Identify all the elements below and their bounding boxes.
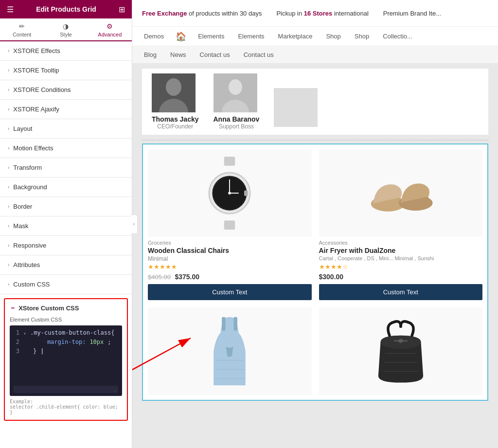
xstore-css-body: Element Custom CSS 1 ▾ .my-custom-button… — [5, 317, 127, 420]
svg-point-13 — [228, 192, 231, 195]
product-card-1: Groceries Wooden Classical Chairs Minima… — [148, 149, 312, 300]
product-category-2: Accessories — [319, 240, 483, 246]
svg-rect-7 — [224, 220, 235, 230]
team-photo-placeholder — [274, 88, 318, 127]
accordion-attributes[interactable]: › Attributes — [0, 255, 132, 275]
product-category-1: Groceries — [148, 240, 312, 246]
product-name-2: Air Fryer with DualZone — [319, 247, 483, 254]
product-btn-1[interactable]: Custom Text — [148, 284, 312, 300]
product-brand-1: Minimal — [148, 255, 312, 262]
accordion-xstore-tooltip[interactable]: › XSTORE Tooltip — [0, 61, 132, 80]
tab-style[interactable]: ◑ Style — [44, 18, 88, 40]
store-icon[interactable]: 🏠 — [176, 31, 186, 42]
collapse-panel-handle[interactable]: ‹ — [131, 215, 138, 234]
panel-title: Edit Products Grid — [36, 5, 96, 13]
main-area: Free Exchange of products within 30 days… — [132, 0, 498, 448]
product-brands-2: Cartal , Cooperate , DS , Mini... Minima… — [319, 255, 483, 261]
stores-bold: 16 Stores — [304, 10, 333, 17]
product-image-4 — [319, 307, 483, 395]
pencil-icon: ✏ — [19, 22, 25, 30]
nav-bar: Demos 🏠 Elements Elements Marketplace Sh… — [132, 27, 498, 46]
product-card-3 — [148, 307, 312, 395]
team-role-2: Support Boss — [213, 123, 260, 130]
dashed-separator — [142, 140, 488, 141]
team-photo-svg-1 — [152, 73, 196, 112]
panel-header: ☰ Edit Products Grid ⊞ — [0, 0, 132, 18]
arrow-icon: › — [8, 223, 9, 229]
accordion-xstore-conditions[interactable]: › XSTORE Conditions — [0, 80, 132, 100]
svg-rect-17 — [222, 317, 226, 331]
team-role-1: CEO/Founder — [152, 123, 199, 130]
team-photo-1 — [152, 73, 196, 112]
accordion-xstore-effects[interactable]: › XSTORE Effects — [0, 41, 132, 61]
nav-shop-1[interactable]: Shop — [324, 29, 342, 44]
arrow-icon: › — [8, 107, 9, 112]
premium-item: Premium Brand Ite... — [383, 10, 441, 17]
accordion-transform[interactable]: › Transform — [0, 158, 132, 178]
arrow-icon: › — [8, 165, 9, 170]
team-section: Thomas Jacky CEO/Founder Anna Baranov Su… — [142, 69, 488, 135]
nav-marketplace[interactable]: Marketplace — [276, 29, 315, 44]
xstore-css-header[interactable]: − XStore Custom CSS — [5, 299, 127, 317]
product-btn-2[interactable]: Custom Text — [319, 284, 483, 300]
team-member-2: Anna Baranov Support Boss — [213, 73, 260, 130]
pickup-item: Pickup in 16 Stores international — [276, 10, 368, 17]
accordion-list: › XSTORE Effects › XSTORE Tooltip › XSTO… — [0, 41, 132, 448]
tabs-row: ✏ Content ◑ Style ⚙ Advanced — [0, 18, 132, 41]
products-grid-container: Groceries Wooden Classical Chairs Minima… — [142, 143, 488, 401]
content-area: Thomas Jacky CEO/Founder Anna Baranov Su… — [132, 64, 498, 448]
accordion-custom-css[interactable]: › Custom CSS — [0, 275, 132, 294]
xstore-custom-css-section: − XStore Custom CSS Element Custom CSS 1… — [4, 298, 128, 421]
team-member-placeholder — [274, 88, 318, 130]
price-single-2: $300.00 — [319, 273, 344, 281]
team-name-2: Anna Baranov — [213, 115, 260, 123]
product-card-4 — [319, 307, 483, 395]
minus-icon: − — [11, 304, 15, 312]
price-old-1: $405.00 — [148, 273, 171, 281]
arrow-icon: › — [8, 126, 9, 131]
code-line-1: 1 ▾ .my-custom-button-class{ — [14, 328, 118, 338]
nav-collection[interactable]: Collectio... — [381, 29, 414, 44]
code-line-3: 3 }| — [14, 347, 118, 356]
subnav-contact-2[interactable]: Contact us — [242, 48, 276, 61]
subnav-blog[interactable]: Blog — [142, 48, 159, 61]
free-exchange-item: Free Exchange of products within 30 days — [142, 10, 262, 17]
nav-shop-2[interactable]: Shop — [353, 29, 371, 44]
svg-point-4 — [229, 79, 242, 95]
subnav-contact-1[interactable]: Contact us — [198, 48, 232, 61]
nav-elements-1[interactable]: Elements — [196, 29, 226, 44]
accordion-motion-effects[interactable]: › Motion Effects — [0, 139, 132, 158]
accordion-layout[interactable]: › Layout — [0, 119, 132, 139]
arrow-icon: › — [8, 262, 9, 268]
code-line-2: 2 margin-top: 10px; — [14, 338, 118, 347]
subnav-news[interactable]: News — [168, 48, 188, 61]
hamburger-icon[interactable]: ☰ — [7, 5, 14, 14]
nav-demos[interactable]: Demos — [142, 29, 166, 44]
accordion-responsive[interactable]: › Responsive — [0, 236, 132, 255]
products-grid: Groceries Wooden Classical Chairs Minima… — [142, 143, 488, 401]
product-image-3 — [148, 307, 312, 395]
nav-elements-2[interactable]: Elements — [236, 29, 266, 44]
accordion-border[interactable]: › Border — [0, 197, 132, 216]
team-name-1: Thomas Jacky — [152, 115, 199, 123]
tab-advanced[interactable]: ⚙ Advanced — [88, 18, 132, 41]
grid-icon[interactable]: ⊞ — [119, 5, 125, 14]
circle-half-icon: ◑ — [63, 22, 69, 30]
price-row-2: $300.00 — [319, 272, 483, 281]
arrow-icon: › — [8, 87, 9, 92]
accordion-xstore-ajaxify[interactable]: › XSTORE Ajaxify — [0, 100, 132, 119]
product-card-2: Accessories Air Fryer with DualZone Cart… — [319, 149, 483, 300]
free-exchange-bold: Free Exchange — [142, 10, 187, 17]
accordion-mask[interactable]: › Mask — [0, 216, 132, 236]
gear-icon: ⚙ — [107, 22, 113, 30]
tab-content[interactable]: ✏ Content — [0, 18, 44, 40]
price-new-1: $375.00 — [175, 273, 199, 281]
arrow-icon: › — [8, 204, 9, 209]
arrow-icon: › — [8, 282, 9, 287]
product-name-1: Wooden Classical Chairs — [148, 247, 312, 254]
resize-handle[interactable]: ⌟ — [14, 386, 118, 393]
accordion-background[interactable]: › Background — [0, 178, 132, 197]
code-editor[interactable]: 1 ▾ .my-custom-button-class{ 2 margin-to… — [10, 325, 122, 396]
arrow-icon: › — [8, 184, 9, 190]
product-stars-2: ★★★★☆ — [319, 263, 483, 270]
